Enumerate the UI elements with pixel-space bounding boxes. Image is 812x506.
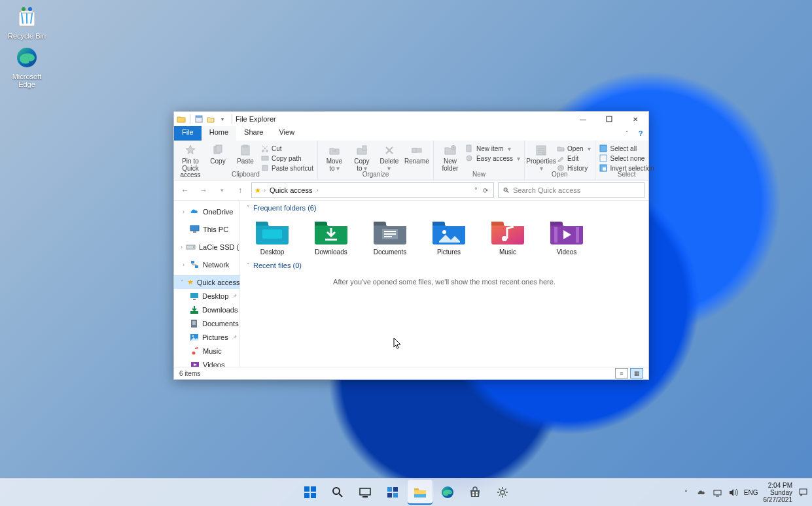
folder-pictures[interactable]: Pictures	[426, 218, 472, 256]
tray-clock[interactable]: 2:04 PM Sunday 6/27/2021	[764, 482, 793, 503]
nav-item-desktop[interactable]: Desktop📌︎	[174, 289, 239, 303]
ribbon-group-label: Clipboard	[232, 171, 260, 178]
music-icon	[190, 346, 200, 356]
tab-home[interactable]: Home	[202, 126, 236, 141]
nav-item-laciessd[interactable]: ›LaCie SSD (E:)	[174, 240, 239, 254]
taskbar-search-button[interactable]	[325, 480, 350, 505]
tray-chevron-icon[interactable]: ˄	[681, 487, 692, 498]
select-none-button[interactable]: Select none	[599, 154, 654, 163]
minimize-button[interactable]: —	[570, 112, 596, 126]
desktop-icon	[190, 291, 199, 301]
svg-point-20	[467, 156, 472, 161]
folder-desktop[interactable]: Desktop	[249, 218, 295, 256]
nav-item-thispc[interactable]: This PC	[174, 222, 239, 236]
view-large-icons-button[interactable]: ▦	[630, 368, 643, 379]
move-to-button[interactable]: Move to▾	[322, 143, 347, 172]
nav-forward-button[interactable]: →	[196, 183, 211, 197]
qat-folder-icon[interactable]	[176, 114, 186, 124]
address-refresh-button[interactable]: ⟳	[480, 187, 491, 194]
breadcrumb[interactable]: Quick access	[267, 186, 315, 194]
svg-rect-29	[193, 231, 196, 233]
edit-button[interactable]: Edit	[556, 154, 590, 163]
copy-button[interactable]: Copy	[205, 143, 230, 165]
tab-share[interactable]: Share	[236, 126, 271, 141]
taskbar-edge-button[interactable]	[435, 480, 460, 505]
taskbar-taskview-button[interactable]	[353, 480, 378, 505]
ribbon-group-clipboard: Pin to Quick access Copy Paste Cut Copy …	[174, 141, 318, 180]
nav-item-documents[interactable]: Documents📌︎	[174, 316, 239, 330]
svg-rect-51	[304, 493, 309, 498]
folder-videos[interactable]: Videos	[544, 218, 590, 256]
tray-notifications-icon[interactable]	[798, 487, 808, 498]
nav-item-network[interactable]: ›Network	[174, 258, 239, 271]
new-folder-button[interactable]: New folder	[438, 143, 463, 172]
tray-volume-icon[interactable]	[728, 487, 739, 498]
group-label: Recent files (0)	[253, 261, 302, 269]
tray-language[interactable]: ENG	[744, 489, 758, 496]
tray-network-icon[interactable]	[713, 487, 723, 498]
qat-properties-icon[interactable]	[194, 114, 204, 124]
open-button[interactable]: Open▾	[556, 144, 590, 153]
ribbon-group-new: New folder New item▾ Easy access▾ New	[434, 141, 525, 180]
properties-button[interactable]: Properties▾	[529, 143, 554, 172]
folder-label: Music	[499, 248, 516, 256]
taskbar: ˄ ENG 2:04 PM Sunday 6/27/2021	[0, 478, 812, 506]
taskbar-start-button[interactable]	[298, 480, 323, 505]
ribbon-group-select: Select all Select none Invert selection …	[595, 141, 658, 180]
file-explorer-window: ▾ File Explorer — ✕ File Home Share View…	[173, 111, 649, 380]
folder-downloads[interactable]: Downloads	[308, 218, 354, 256]
maximize-button[interactable]	[596, 112, 622, 126]
paste-button[interactable]: Paste	[233, 143, 258, 165]
delete-button[interactable]: Delete▾	[377, 143, 402, 172]
tab-view[interactable]: View	[271, 126, 302, 141]
svg-rect-19	[467, 145, 471, 152]
desktop-icon-edge[interactable]: Microsoft Edge	[4, 44, 50, 88]
view-details-button[interactable]: ≡	[615, 368, 628, 379]
new-item-button[interactable]: New item▾	[465, 144, 520, 153]
group-header-frequent[interactable]: ˅ Frequent folders (6)	[240, 201, 648, 214]
tab-file[interactable]: File	[174, 126, 202, 141]
nav-back-button[interactable]: ←	[178, 183, 192, 197]
svg-point-53	[333, 488, 340, 494]
select-all-button[interactable]: Select all	[599, 144, 654, 153]
qat-dropdown-icon[interactable]: ▾	[217, 114, 228, 124]
svg-point-11	[262, 150, 264, 152]
navigation-pane[interactable]: ›OneDrive This PC ›LaCie SSD (E:) ›Netwo…	[174, 201, 239, 367]
tray-onedrive-icon[interactable]	[697, 487, 707, 498]
desktop-icon-recycle-bin[interactable]: Recycle Bin	[4, 4, 50, 40]
copy-to-button[interactable]: Copy to▾	[349, 143, 374, 172]
address-bar[interactable]: ★ › Quick access › ˅ ⟳	[251, 182, 494, 198]
folder-documents[interactable]: Documents	[367, 218, 413, 256]
copy-path-button[interactable]: Copy path	[260, 154, 313, 163]
desktop-icon-label: Recycle Bin	[4, 32, 50, 40]
nav-item-quickaccess[interactable]: ˅★Quick access	[174, 275, 239, 289]
nav-item-downloads[interactable]: Downloads📌︎	[174, 303, 239, 316]
taskbar-widgets-button[interactable]	[380, 480, 405, 505]
taskbar-explorer-button[interactable]	[408, 480, 432, 505]
paste-shortcut-button[interactable]: Paste shortcut	[260, 163, 313, 173]
nav-up-button[interactable]: ↑	[233, 183, 247, 197]
rename-button[interactable]: Rename	[404, 143, 429, 165]
cut-button[interactable]: Cut	[260, 144, 313, 153]
pin-quick-access-button[interactable]: Pin to Quick access	[178, 143, 203, 179]
nav-item-onedrive[interactable]: ›OneDrive	[174, 205, 239, 218]
documents-icon	[190, 318, 199, 328]
ribbon-group-label: Organize	[362, 171, 389, 178]
nav-item-music[interactable]: Music	[174, 344, 239, 358]
nav-item-pictures[interactable]: Pictures📌︎	[174, 330, 239, 344]
search-input[interactable]: 🔍︎ Search Quick access	[498, 182, 644, 198]
svg-rect-49	[304, 486, 309, 492]
taskbar-store-button[interactable]	[463, 480, 487, 505]
easy-access-button[interactable]: Easy access▾	[465, 154, 520, 163]
taskbar-settings-button[interactable]	[490, 480, 515, 505]
folder-music[interactable]: Music	[485, 218, 531, 256]
address-dropdown-icon[interactable]: ˅	[472, 187, 480, 194]
help-button[interactable]: ?	[633, 126, 648, 141]
ribbon-collapse-button[interactable]: ˄	[621, 126, 633, 141]
qat-newfolder-icon[interactable]	[205, 114, 216, 124]
nav-recent-button[interactable]: ▾	[215, 183, 229, 197]
close-button[interactable]: ✕	[622, 112, 648, 126]
nav-item-videos[interactable]: Videos	[174, 358, 239, 367]
group-header-recent[interactable]: ˅ Recent files (0)	[240, 258, 648, 271]
system-tray[interactable]: ˄ ENG 2:04 PM Sunday 6/27/2021	[681, 482, 808, 503]
